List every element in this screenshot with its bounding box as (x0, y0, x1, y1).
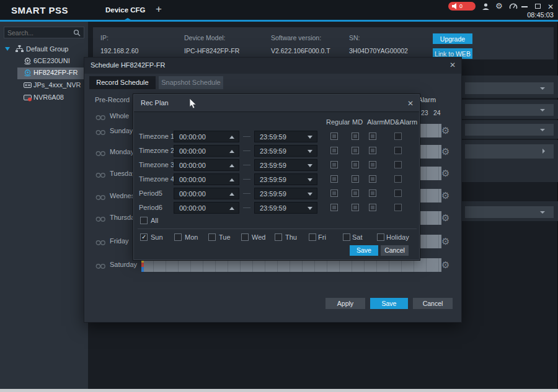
rec-plan-save-button[interactable]: Save (350, 245, 378, 256)
gear-icon[interactable]: ⚙ (495, 1, 503, 11)
schedule-close-icon[interactable]: ✕ (450, 61, 456, 69)
config-dropdown[interactable] (465, 104, 554, 116)
md-alarm-checkbox[interactable] (394, 133, 402, 140)
upgrade-button[interactable]: Upgrade (433, 33, 472, 44)
wed-checkbox[interactable] (241, 233, 249, 241)
md-alarm-checkbox[interactable] (394, 175, 402, 183)
spinner-up-icon[interactable] (229, 164, 234, 167)
sidebar-item-camera-2-selected[interactable]: HF8242FP-FR (33, 69, 78, 76)
close-button[interactable]: ✕ (546, 2, 556, 11)
day-row-label[interactable]: Friday (110, 237, 129, 245)
config-dropdown[interactable] (465, 206, 554, 218)
tab-device-cfg[interactable]: Device CFG (105, 6, 146, 14)
day-row-label[interactable]: Sunday (110, 127, 133, 134)
alarm-checkbox[interactable] (369, 133, 376, 140)
sidebar-item-default-group[interactable]: Default Group (26, 45, 68, 53)
md-checkbox[interactable] (352, 133, 359, 140)
regular-checkbox[interactable] (330, 147, 338, 154)
row-settings-gear-icon[interactable]: ⚙ (441, 168, 450, 178)
end-time-input[interactable]: 23:59:59 (254, 173, 317, 185)
rec-plan-cancel-button[interactable]: Cancel (381, 245, 409, 256)
spinner-down-icon[interactable] (308, 150, 312, 153)
md-alarm-checkbox[interactable] (394, 189, 402, 197)
regular-checkbox[interactable] (330, 204, 338, 211)
alarm-checkbox[interactable] (369, 175, 376, 183)
sat-checkbox[interactable] (343, 233, 350, 241)
sidebar-item-camera-1[interactable]: 6CE230UNI (33, 57, 70, 64)
md-alarm-checkbox[interactable] (394, 147, 402, 154)
md-checkbox[interactable] (352, 161, 359, 168)
spinner-down-icon[interactable] (308, 136, 312, 139)
start-time-input[interactable]: 00:00:00 (174, 188, 239, 199)
md-checkbox[interactable] (352, 204, 359, 211)
alarm-notification-badge[interactable]: 0 (448, 2, 476, 11)
day-row-label[interactable]: Monday (110, 148, 134, 155)
day-row-label[interactable]: Saturday (110, 261, 137, 268)
maximize-button[interactable] (533, 2, 542, 11)
end-time-input[interactable]: 23:59:59 (254, 188, 317, 199)
row-settings-gear-icon[interactable]: ⚙ (441, 213, 450, 223)
config-expander[interactable] (465, 144, 554, 159)
spinner-up-icon[interactable] (229, 207, 234, 210)
md-checkbox[interactable] (352, 147, 359, 154)
spinner-up-icon[interactable] (229, 178, 234, 181)
search-input[interactable] (7, 28, 69, 37)
md-alarm-checkbox[interactable] (394, 204, 402, 211)
regular-checkbox[interactable] (330, 133, 338, 140)
new-tab-button[interactable]: + (156, 3, 162, 15)
row-settings-gear-icon[interactable]: ⚙ (441, 260, 450, 270)
rec-plan-close-icon[interactable]: ✕ (407, 99, 414, 108)
schedule-save-button[interactable]: Save (370, 298, 408, 309)
schedule-cancel-button[interactable]: Cancel (413, 298, 453, 309)
tree-expand-icon[interactable] (5, 47, 10, 51)
day-row-label[interactable]: Whole (110, 112, 129, 120)
config-dropdown[interactable] (465, 82, 554, 94)
spinner-down-icon[interactable] (308, 164, 312, 167)
row-settings-gear-icon[interactable]: ⚙ (441, 126, 450, 136)
end-time-input[interactable]: 23:59:59 (254, 202, 317, 214)
apply-button[interactable]: Apply (326, 298, 365, 309)
spinner-up-icon[interactable] (229, 193, 234, 196)
spinner-up-icon[interactable] (229, 136, 234, 139)
spinner-down-icon[interactable] (308, 193, 312, 196)
start-time-input[interactable]: 00:00:00 (174, 173, 239, 185)
md-checkbox[interactable] (352, 189, 359, 197)
sidebar-item-nvr-1[interactable]: JPs_4xxx_NVR (33, 81, 81, 89)
row-settings-gear-icon[interactable]: ⚙ (441, 237, 450, 246)
row-settings-gear-icon[interactable]: ⚙ (441, 147, 450, 157)
mon-checkbox[interactable] (174, 233, 182, 241)
start-time-input[interactable]: 00:00:00 (174, 202, 239, 214)
regular-checkbox[interactable] (330, 175, 338, 183)
all-checkbox[interactable] (140, 217, 148, 224)
row-settings-gear-icon[interactable]: ⚙ (441, 191, 450, 201)
sidebar-item-nvr-2[interactable]: NVR6A08 (33, 94, 64, 101)
end-time-input[interactable]: 23:59:59 (254, 145, 317, 157)
fri-checkbox[interactable] (309, 233, 316, 241)
start-time-input[interactable]: 00:00:00 (174, 159, 239, 171)
end-time-input[interactable]: 23:59:59 (254, 131, 317, 142)
minimize-button[interactable] (520, 2, 529, 11)
spinner-down-icon[interactable] (308, 207, 312, 210)
alarm-checkbox[interactable] (369, 147, 376, 154)
tab-snapshot-schedule[interactable]: Snapshot Schedule (159, 76, 223, 89)
config-dropdown[interactable] (465, 124, 554, 136)
alarm-checkbox[interactable] (369, 204, 376, 211)
search-icon[interactable] (73, 29, 81, 37)
spinner-down-icon[interactable] (308, 178, 312, 181)
gauge-icon[interactable] (509, 2, 518, 10)
regular-checkbox[interactable] (330, 161, 338, 168)
regular-checkbox[interactable] (330, 189, 338, 197)
timeline-bar-saturday[interactable] (141, 258, 441, 272)
thu-checkbox[interactable] (275, 233, 282, 241)
start-time-input[interactable]: 00:00:00 (174, 145, 239, 157)
sun-checkbox[interactable] (140, 233, 148, 241)
md-checkbox[interactable] (352, 175, 359, 183)
start-time-input[interactable]: 00:00:00 (174, 131, 239, 142)
holiday-checkbox[interactable] (377, 233, 384, 241)
md-alarm-checkbox[interactable] (394, 161, 402, 168)
spinner-up-icon[interactable] (229, 150, 234, 153)
alarm-checkbox[interactable] (369, 161, 376, 168)
day-row-label[interactable]: Tuesday (110, 170, 136, 177)
alarm-checkbox[interactable] (369, 189, 376, 197)
end-time-input[interactable]: 23:59:59 (254, 159, 317, 171)
